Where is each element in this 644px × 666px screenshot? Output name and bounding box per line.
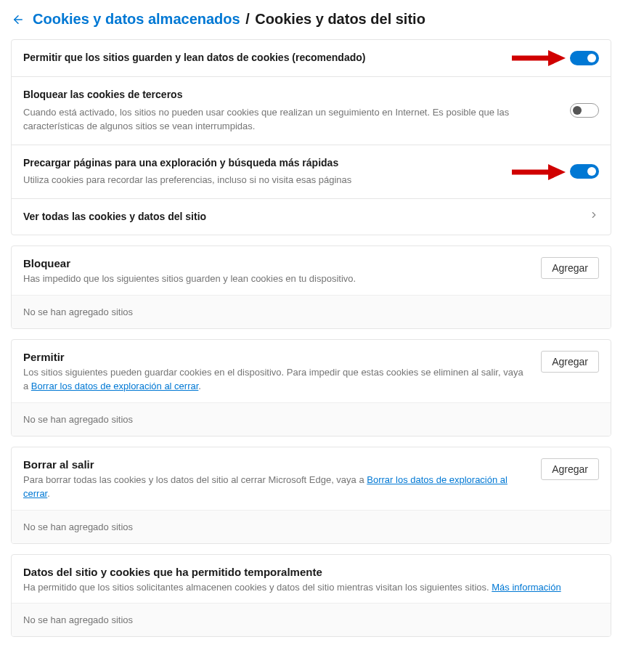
breadcrumb-current: Cookies y datos del sitio xyxy=(255,11,425,27)
page-header: Cookies y datos almacenados / Cookies y … xyxy=(11,11,611,28)
block-add-button[interactable]: Agregar xyxy=(541,257,599,279)
block-empty-message: No se han agregado sitios xyxy=(12,295,611,328)
preload-pages-row: Precargar páginas para una exploración y… xyxy=(12,145,611,198)
allow-cookies-row: Permitir que los sitios guarden y lean d… xyxy=(12,40,611,76)
breadcrumb-parent[interactable]: Cookies y datos almacenados xyxy=(33,11,240,27)
allow-cookies-toggle[interactable] xyxy=(570,51,599,65)
chevron-right-icon xyxy=(589,210,599,223)
back-button[interactable] xyxy=(11,12,25,27)
breadcrumb: Cookies y datos almacenados / Cookies y … xyxy=(33,11,425,28)
block-third-party-toggle[interactable] xyxy=(570,103,599,118)
delete-on-exit-add-button[interactable]: Agregar xyxy=(541,458,599,480)
block-section-desc: Has impedido que los siguientes sitios g… xyxy=(23,272,529,286)
delete-on-exit-empty-message: No se han agregado sitios xyxy=(12,510,611,543)
preload-pages-desc: Utiliza cookies para recordar las prefer… xyxy=(23,173,558,187)
delete-on-exit-desc: Para borrar todas las cookies y los dato… xyxy=(23,473,529,501)
breadcrumb-separator: / xyxy=(245,11,250,27)
allow-section-desc: Los sitios siguientes pueden guardar coo… xyxy=(23,365,529,394)
delete-on-exit-section: Borrar al salir Para borrar todas las co… xyxy=(11,447,611,544)
temporary-empty-message: No se han agregado sitios xyxy=(12,603,611,636)
allow-section: Permitir Los sitios siguientes pueden gu… xyxy=(11,339,611,436)
see-all-cookies-title: Ver todas las cookies y datos del sitio xyxy=(23,210,577,224)
cookie-settings-card: Permitir que los sitios guarden y lean d… xyxy=(11,39,611,235)
preload-pages-title: Precargar páginas para una exploración y… xyxy=(23,156,558,171)
temporary-section: Datos del sitio y cookies que ha permiti… xyxy=(11,554,611,638)
block-third-party-title: Bloquear las cookies de terceros xyxy=(23,88,558,102)
temporary-section-desc: Ha permitido que los sitios solicitantes… xyxy=(23,580,599,595)
temporary-more-info-link[interactable]: Más información xyxy=(492,582,561,593)
preload-pages-toggle[interactable] xyxy=(570,164,599,179)
delete-on-exit-title: Borrar al salir xyxy=(23,458,529,471)
arrow-left-icon xyxy=(12,13,25,26)
block-section: Bloquear Has impedido que los siguientes… xyxy=(11,245,611,329)
allow-clear-data-link[interactable]: Borrar los datos de exploración al cerra… xyxy=(31,381,199,391)
block-section-title: Bloquear xyxy=(23,257,529,269)
temporary-section-title: Datos del sitio y cookies que ha permiti… xyxy=(23,566,599,578)
allow-section-title: Permitir xyxy=(23,351,529,363)
block-third-party-desc: Cuando está activado, los sitios no pued… xyxy=(23,105,558,134)
allow-cookies-title: Permitir que los sitios guarden y lean d… xyxy=(23,51,558,65)
allow-empty-message: No se han agregado sitios xyxy=(12,402,611,436)
see-all-cookies-row[interactable]: Ver todas las cookies y datos del sitio xyxy=(12,198,611,235)
allow-add-button[interactable]: Agregar xyxy=(541,351,599,373)
block-third-party-row: Bloquear las cookies de terceros Cuando … xyxy=(12,76,611,145)
